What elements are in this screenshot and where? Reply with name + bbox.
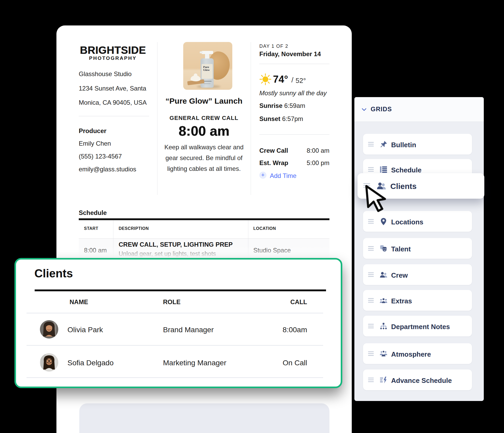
drag-handle-icon[interactable] bbox=[368, 142, 374, 146]
general-crew-call-label: GENERAL CREW CALL bbox=[157, 115, 251, 122]
sidebar-item-label: Talent bbox=[391, 245, 411, 253]
studio-address-line1: 1234 Sunset Ave, Santa bbox=[79, 85, 146, 92]
company-logo-sub: PHOTOGRAPHY bbox=[79, 55, 147, 61]
company-logo-name: BRIGHTSIDE bbox=[79, 44, 147, 56]
client-role: Marketing Manager bbox=[163, 359, 226, 367]
producer-email: emily@glass.studios bbox=[79, 166, 136, 173]
schedule-col-description: DESCRIPTION bbox=[119, 226, 149, 231]
grids-section-header[interactable]: GRIDS bbox=[354, 97, 484, 122]
sidebar-item-label: Atmosphere bbox=[391, 350, 431, 358]
table-top-rule bbox=[79, 218, 329, 220]
shoot-title: “Pure Glow” Launch bbox=[157, 97, 251, 105]
sun-icon bbox=[259, 73, 271, 85]
list-lightning-icon bbox=[379, 376, 388, 384]
org-chart-icon bbox=[379, 322, 388, 330]
temp-separator: / bbox=[291, 76, 293, 84]
drag-handle-icon[interactable] bbox=[368, 246, 374, 251]
divider bbox=[27, 345, 323, 346]
avatar bbox=[40, 320, 58, 339]
divider bbox=[27, 377, 323, 378]
divider bbox=[259, 64, 329, 64]
producer-phone: (555) 123-4567 bbox=[79, 153, 122, 160]
theater-masks-icon bbox=[379, 244, 388, 253]
sidebar-item-atmosphere[interactable]: Atmosphere bbox=[363, 343, 472, 364]
drag-handle-icon[interactable] bbox=[368, 324, 374, 328]
sidebar-item-advance-schedule[interactable]: Advance Schedule bbox=[363, 369, 472, 390]
divider bbox=[27, 313, 323, 313]
crew-call-row: Crew Call 8:00 am bbox=[259, 147, 329, 154]
schedule-section-title: Schedule bbox=[79, 209, 107, 217]
clients-card-title: Clients bbox=[34, 267, 73, 280]
drag-handle-icon[interactable] bbox=[368, 351, 374, 356]
drag-handle-icon[interactable] bbox=[368, 378, 374, 382]
sidebar-item-label: Locations bbox=[391, 218, 423, 226]
page-background: BRIGHTSIDE PHOTOGRAPHY Glasshouse Studio… bbox=[0, 0, 504, 433]
client-name: Sofia Delgado bbox=[67, 359, 114, 367]
client-row: Olivia Park Brand Manager 8:00am bbox=[16, 315, 341, 344]
divider bbox=[259, 134, 329, 135]
product-bottle-label: Pure Glow bbox=[202, 64, 213, 79]
divider bbox=[79, 116, 149, 116]
producer-name: Emily Chen bbox=[79, 140, 111, 147]
clients-col-call: CALL bbox=[231, 298, 307, 306]
drag-handle-icon[interactable] bbox=[368, 167, 374, 172]
sidebar-item-crew[interactable]: Crew bbox=[363, 264, 472, 285]
sidebar-item-department-notes[interactable]: Department Notes bbox=[363, 316, 472, 336]
clients-grid-card: Clients NAME ROLE CALL Olivia Park Brand… bbox=[14, 258, 342, 388]
sidebar-item-label: Crew bbox=[391, 271, 408, 279]
client-name: Olivia Park bbox=[67, 326, 103, 334]
schedule-col-start: START bbox=[84, 226, 98, 231]
sidebar-item-label: Extras bbox=[391, 297, 412, 305]
column-divider bbox=[251, 42, 251, 195]
client-call-time: 8:00am bbox=[231, 326, 307, 334]
sunset-row: Sunset 6:57pm bbox=[259, 115, 303, 123]
pushpin-icon bbox=[379, 140, 388, 149]
client-call-time: On Call bbox=[231, 359, 307, 367]
crew-people-icon bbox=[379, 271, 388, 279]
schedule-col-location: LOCATION bbox=[253, 226, 276, 231]
sidebar-item-talent[interactable]: Talent bbox=[363, 238, 472, 259]
mouse-cursor-icon bbox=[364, 183, 387, 215]
sidebar-item-label: Clients bbox=[390, 182, 417, 191]
temp-high: 74° bbox=[273, 74, 288, 85]
table-top-rule bbox=[35, 289, 326, 291]
sunrise-row: Sunrise 6:59am bbox=[259, 102, 305, 109]
shoot-date: Friday, November 14 bbox=[259, 50, 321, 58]
producer-label: Producer bbox=[79, 127, 106, 135]
plus-icon[interactable]: + bbox=[259, 172, 266, 179]
temp-low: 52° bbox=[296, 77, 306, 85]
clients-col-name: NAME bbox=[70, 298, 88, 306]
schedule-list-icon bbox=[379, 165, 388, 174]
weather-summary-row: 74° / 52° bbox=[259, 73, 329, 87]
sidebar-item-locations[interactable]: Locations bbox=[363, 211, 472, 232]
document-fade bbox=[79, 246, 329, 258]
sidebar-item-label: Department Notes bbox=[391, 323, 450, 331]
drag-handle-icon[interactable] bbox=[368, 298, 374, 303]
avatar bbox=[40, 353, 58, 372]
sidebar-item-label: Advance Schedule bbox=[391, 377, 452, 385]
location-pin-icon bbox=[379, 217, 388, 226]
grids-section-label: GRIDS bbox=[371, 105, 392, 113]
day-counter: DAY 1 OF 2 bbox=[259, 44, 288, 49]
general-crew-call-time: 8:00 am bbox=[157, 123, 251, 139]
clients-col-role: ROLE bbox=[163, 298, 181, 306]
crowd-icon bbox=[379, 350, 388, 358]
safety-note: Keep all walkways clear and gear secured… bbox=[157, 142, 251, 174]
chevron-down-icon[interactable] bbox=[362, 108, 366, 111]
add-time-button[interactable]: + Add Time bbox=[259, 171, 329, 179]
weather-description: Mostly sunny all the day bbox=[259, 89, 327, 97]
sidebar-item-extras[interactable]: Extras bbox=[363, 290, 472, 311]
studio-address-line2: Monica, CA 90405, USA bbox=[79, 99, 147, 106]
est-wrap-row: Est. Wrap 5:00 pm bbox=[259, 159, 329, 167]
drag-handle-icon[interactable] bbox=[368, 272, 374, 277]
client-row: Sofia Delgado Marketing Manager On Call bbox=[16, 348, 341, 377]
sidebar-item-bulletin[interactable]: Bulletin bbox=[363, 134, 472, 155]
product-photo: Pure Glow bbox=[183, 42, 232, 90]
extras-people-icon bbox=[379, 296, 388, 305]
next-section-preview bbox=[79, 403, 329, 433]
client-role: Brand Manager bbox=[163, 326, 214, 334]
sidebar-item-label: Bulletin bbox=[391, 141, 416, 149]
studio-name: Glasshouse Studio bbox=[79, 70, 132, 78]
drag-handle-icon[interactable] bbox=[368, 219, 374, 224]
grids-sidebar: GRIDS Bulletin Schedule bbox=[354, 97, 484, 401]
